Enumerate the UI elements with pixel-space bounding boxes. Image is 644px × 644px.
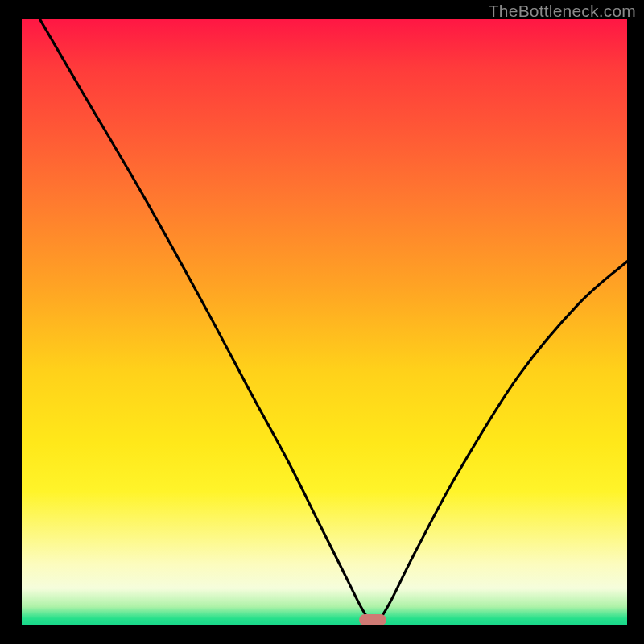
- optimal-point-marker: [359, 614, 386, 625]
- chart-frame: TheBottleneck.com: [0, 0, 644, 644]
- plot-area: [22, 19, 627, 625]
- watermark-text: TheBottleneck.com: [489, 2, 636, 21]
- bottleneck-curve: [22, 19, 627, 625]
